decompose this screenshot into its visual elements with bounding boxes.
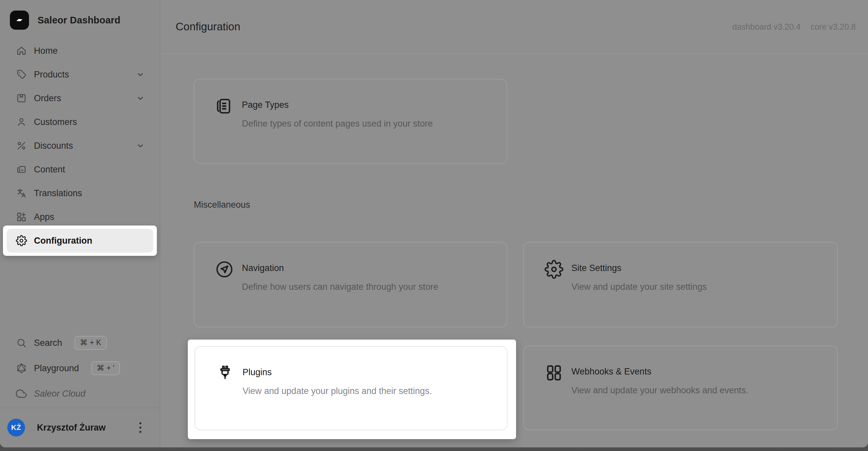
- plugins-icon: [216, 364, 235, 383]
- cloud-icon: [16, 388, 27, 399]
- package-icon: [16, 93, 27, 104]
- brand: Saleor Dashboard: [0, 0, 160, 30]
- sidebar-item-label: Products: [34, 69, 69, 80]
- card-description: Define types of content pages used in yo…: [242, 119, 433, 129]
- card-title: Webhooks & Events: [571, 367, 651, 377]
- playground-shortcut-badge: ⌘ + ': [91, 361, 120, 375]
- site-settings-icon: [545, 260, 563, 279]
- search-shortcut-badge: ⌘ + K: [74, 336, 107, 350]
- page-title: Configuration: [176, 21, 240, 33]
- apps-grid-icon: [16, 211, 27, 222]
- core-version: core v3.20.8: [810, 22, 856, 32]
- sidebar-item-label: Apps: [34, 212, 54, 222]
- card-description: View and update your site settings: [571, 282, 707, 292]
- sidebar: Saleor Dashboard Home Products: [0, 0, 160, 447]
- search-icon: [16, 337, 27, 349]
- sidebar-item-label: Home: [34, 46, 58, 56]
- section-label-miscellaneous: Miscellaneous: [194, 200, 250, 210]
- card-title: Plugins: [243, 367, 272, 378]
- sidebar-item-discounts[interactable]: Discounts: [7, 134, 153, 158]
- playground-label: Playground: [34, 363, 79, 373]
- card-site-settings[interactable]: Site Settings View and update your site …: [523, 242, 838, 327]
- card-page-types[interactable]: Page Types Define types of content pages…: [194, 79, 507, 164]
- page-header: Configuration dashboard v3.20.4 core v3.…: [160, 0, 868, 54]
- card-title: Page Types: [242, 100, 289, 110]
- sidebar-item-label: Orders: [34, 93, 61, 103]
- graphql-icon: [16, 363, 27, 374]
- avatar: KŻ: [7, 419, 25, 437]
- app-window: Saleor Dashboard Home Products: [0, 0, 868, 447]
- home-icon: [16, 45, 27, 56]
- search-button[interactable]: Search ⌘ + K: [7, 331, 153, 355]
- sidebar-item-configuration[interactable]: Configuration: [7, 229, 153, 252]
- content-icon: [16, 164, 27, 175]
- sidebar-item-translations[interactable]: Translations: [7, 181, 153, 205]
- webhooks-icon: [545, 363, 563, 383]
- chevron-down-icon: [135, 141, 145, 151]
- saleor-logo-icon: [10, 10, 29, 30]
- navigation-icon: [215, 260, 234, 279]
- page-types-icon: [215, 97, 234, 116]
- card-description: View and update your webhooks and events…: [571, 385, 748, 396]
- saleor-cloud-link[interactable]: Saleor Cloud: [7, 382, 153, 405]
- configuration-spotlight: Configuration: [3, 226, 157, 256]
- version-info: dashboard v3.20.4 core v3.20.8: [732, 22, 856, 32]
- sidebar-footer: Search ⌘ + K Playground ⌘ + ' Saleor Clo…: [0, 331, 160, 447]
- sidebar-item-label: Customers: [34, 117, 77, 127]
- card-description: Define how users can navigate through yo…: [242, 282, 438, 292]
- plugins-spotlight: Plugins View and update your plugins and…: [188, 339, 516, 439]
- card-plugins[interactable]: Plugins View and update your plugins and…: [194, 346, 507, 430]
- card-title: Site Settings: [571, 263, 621, 273]
- user-icon: [16, 116, 27, 128]
- chevron-down-icon: [135, 69, 145, 80]
- search-label: Search: [34, 338, 62, 348]
- avatar-initials: KŻ: [11, 423, 21, 432]
- brand-title: Saleor Dashboard: [37, 15, 120, 26]
- tag-icon: [16, 69, 27, 80]
- card-navigation[interactable]: Navigation Define how users can navigate…: [194, 242, 507, 327]
- gear-icon: [16, 235, 27, 246]
- translate-icon: [16, 188, 27, 199]
- dashboard-version: dashboard v3.20.4: [732, 22, 801, 32]
- playground-button[interactable]: Playground ⌘ + ': [7, 356, 153, 380]
- sidebar-item-label: Translations: [34, 188, 82, 199]
- sidebar-nav: Home Products Orders: [7, 39, 153, 256]
- main-area: Configuration dashboard v3.20.4 core v3.…: [160, 0, 868, 447]
- kebab-menu-icon[interactable]: [137, 420, 143, 435]
- chevron-down-icon: [135, 93, 145, 103]
- saleor-cloud-label: Saleor Cloud: [34, 389, 85, 399]
- sidebar-item-customers[interactable]: Customers: [7, 110, 153, 134]
- percent-icon: [16, 140, 27, 151]
- sidebar-item-products[interactable]: Products: [7, 63, 153, 86]
- card-webhooks-events[interactable]: Webhooks & Events View and update your w…: [523, 345, 838, 430]
- user-name: Krzysztof Żuraw: [37, 423, 106, 433]
- card-description: View and update your plugins and their s…: [243, 386, 432, 396]
- card-title: Navigation: [242, 263, 284, 273]
- sidebar-item-home[interactable]: Home: [7, 39, 153, 63]
- sidebar-item-orders[interactable]: Orders: [7, 86, 153, 110]
- user-menu: KŻ Krzysztof Żuraw: [0, 408, 160, 447]
- sidebar-item-label: Content: [34, 164, 65, 175]
- sidebar-item-label: Discounts: [34, 141, 73, 151]
- sidebar-item-label: Configuration: [34, 236, 92, 246]
- sidebar-item-content[interactable]: Content: [7, 158, 153, 181]
